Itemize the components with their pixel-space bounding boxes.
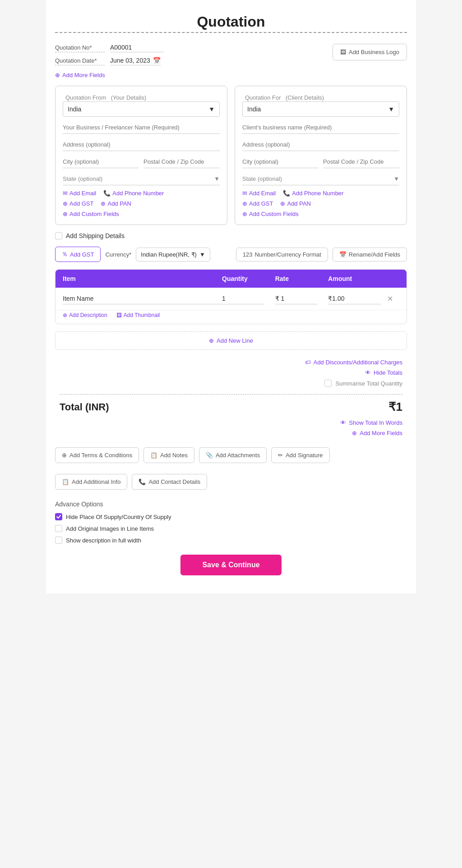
add-signature-btn[interactable]: ✏ Add Signature: [271, 447, 329, 463]
save-continue-btn[interactable]: Save & Continue: [180, 555, 281, 575]
item-rate-input[interactable]: [275, 293, 318, 304]
from-postal-input[interactable]: [143, 156, 220, 168]
from-country-value: India: [68, 106, 81, 113]
format-icon: 123: [243, 251, 253, 258]
rename-fields-btn[interactable]: 📅 Rename/Add Fields: [333, 248, 407, 262]
for-add-custom[interactable]: ⊕ Add Custom Fields: [242, 211, 299, 217]
plus-icon: ⊕: [63, 312, 67, 318]
from-city-postal-group: [63, 156, 220, 168]
from-add-pan[interactable]: ⊕ Add PAN: [101, 200, 131, 207]
for-add-phone[interactable]: 📞 Add Phone Number: [283, 190, 343, 197]
from-add-phone[interactable]: 📞 Add Phone Number: [103, 190, 164, 197]
item-qty-input[interactable]: [222, 293, 264, 304]
add-logo-btn[interactable]: 🖼 Add Business Logo: [333, 44, 407, 60]
plus-icon: ⊕: [352, 430, 357, 436]
from-add-gst[interactable]: ⊕ Add GST: [63, 200, 93, 207]
from-add-email[interactable]: ✉ Add Email: [63, 190, 96, 197]
toolbar: ％ Add GST Currency* Indian Rupee(INR, ₹)…: [55, 247, 407, 262]
from-business-name-group[interactable]: [63, 121, 220, 134]
advance-checkbox-2[interactable]: [55, 525, 62, 532]
add-description-btn[interactable]: ⊕ Add Description: [63, 312, 107, 318]
add-attachments-btn[interactable]: 📎 Add Attachments: [199, 447, 267, 463]
for-state-group[interactable]: State (optional) ▼: [242, 173, 399, 185]
remove-item-btn[interactable]: ✕: [381, 294, 399, 303]
add-attachments-label: Add Attachments: [216, 452, 260, 459]
summarise-checkbox[interactable]: [324, 380, 332, 387]
table-row: ₹1.00 ✕: [55, 288, 407, 310]
from-add-custom[interactable]: ⊕ Add Custom Fields: [63, 211, 119, 217]
pen-icon: ✏: [278, 452, 283, 459]
header-amount: Amount: [328, 275, 381, 282]
image-icon: 🖼: [340, 49, 346, 55]
totals-links: 🏷 Add Discounts/Additional Charges 👁 Hid…: [60, 359, 402, 387]
for-add-email[interactable]: ✉ Add Email: [242, 190, 276, 197]
shipping-label: Add Shipping Details: [66, 232, 125, 239]
header-item: Item: [63, 275, 222, 282]
from-business-name-input[interactable]: [63, 121, 220, 134]
advance-option-1-label: Hide Place Of Supply/Country Of Supply: [66, 514, 171, 520]
quotation-for-panel: Quotation For (Client Details) India ▼: [235, 86, 407, 225]
add-gst-label: Add GST: [70, 251, 94, 258]
phone-icon: 📞: [283, 190, 290, 197]
for-title: Quotation For (Client Details): [242, 93, 324, 101]
add-notes-label: Add Notes: [160, 452, 188, 459]
quotation-date-label: Quotation Date*: [55, 57, 105, 65]
from-state-select[interactable]: State (optional) ▼: [63, 173, 220, 185]
hide-totals-btn[interactable]: 👁 Hide Totals: [365, 369, 402, 376]
from-country-group: India ▼: [63, 101, 220, 117]
from-address-group[interactable]: [63, 138, 220, 151]
meta-left: Quotation No* A00001 Quotation Date* Jun…: [55, 44, 164, 78]
for-address-group[interactable]: [242, 138, 399, 151]
quotation-no-label: Quotation No*: [55, 44, 105, 52]
for-city-input[interactable]: [242, 156, 319, 168]
add-thumbnail-btn[interactable]: 🖼 Add Thumbnail: [116, 312, 160, 318]
show-words-btn[interactable]: 👁 Show Total In Words: [340, 419, 402, 426]
for-business-name-input[interactable]: [242, 121, 399, 134]
for-add-gst[interactable]: ⊕ Add GST: [242, 200, 273, 207]
currency-select[interactable]: Indian Rupee(INR, ₹) ▼: [136, 248, 210, 262]
header-rate: Rate: [275, 275, 328, 282]
calendar-icon[interactable]: 📅: [153, 57, 161, 64]
for-state-select[interactable]: State (optional) ▼: [242, 173, 399, 185]
add-discounts-btn[interactable]: 🏷 Add Discounts/Additional Charges: [305, 359, 402, 366]
currency-label: Currency*: [105, 251, 131, 258]
phone-icon: 📞: [139, 478, 146, 485]
from-state-group[interactable]: State (optional) ▼: [63, 173, 220, 185]
for-add-pan[interactable]: ⊕ Add PAN: [280, 200, 311, 207]
shipping-checkbox[interactable]: [55, 232, 62, 239]
for-address-input[interactable]: [242, 138, 399, 151]
add-new-line-btn[interactable]: ⊕ Add New Line: [55, 331, 407, 350]
add-logo-button[interactable]: 🖼 Add Business Logo: [333, 44, 407, 60]
add-notes-btn[interactable]: 📋 Add Notes: [143, 447, 194, 463]
add-gst-btn[interactable]: ％ Add GST: [55, 247, 101, 262]
for-business-name-group[interactable]: [242, 121, 399, 134]
email-icon: ✉: [242, 190, 247, 197]
add-terms-btn[interactable]: ⊕ Add Terms & Conditions: [55, 447, 139, 463]
check-icon: [56, 515, 61, 519]
advance-checkbox-1[interactable]: [55, 513, 62, 520]
from-country-select[interactable]: India ▼: [63, 101, 220, 117]
add-description-label: Add Description: [69, 312, 107, 318]
phone-icon: 📞: [103, 190, 111, 197]
for-country-select[interactable]: India ▼: [242, 101, 399, 117]
from-address-input[interactable]: [63, 138, 220, 151]
quotation-panels: Quotation From (Your Details) India ▼: [55, 86, 407, 225]
advance-option-2-label: Add Original Images in Line Items: [66, 525, 154, 532]
date-text: June 03, 2023: [110, 57, 150, 64]
bottom-actions-row2: 📋 Add Additional Info 📞 Add Contact Deta…: [55, 474, 407, 490]
add-discounts-label: Add Discounts/Additional Charges: [314, 359, 402, 366]
from-gst-pan-links: ⊕ Add GST ⊕ Add PAN: [63, 200, 220, 207]
item-name-input[interactable]: [63, 293, 222, 304]
number-format-btn[interactable]: 123 Number/Currency Format: [236, 248, 328, 262]
advance-checkbox-3[interactable]: [55, 537, 62, 544]
advance-section: Advance Options Hide Place Of Supply/Cou…: [55, 501, 407, 544]
for-postal-input[interactable]: [323, 156, 399, 168]
plus-icon: ⊕: [280, 200, 285, 207]
add-more-fields-btn[interactable]: ⊕ Add More Fields: [55, 72, 164, 78]
paperclip-icon: 📎: [206, 452, 213, 459]
add-additional-info-label: Add Additional Info: [72, 478, 120, 485]
from-city-input[interactable]: [63, 156, 139, 168]
add-more-fields-total-btn[interactable]: ⊕ Add More Fields: [352, 430, 402, 436]
add-contact-details-btn[interactable]: 📞 Add Contact Details: [132, 474, 207, 490]
add-additional-info-btn[interactable]: 📋 Add Additional Info: [55, 474, 127, 490]
